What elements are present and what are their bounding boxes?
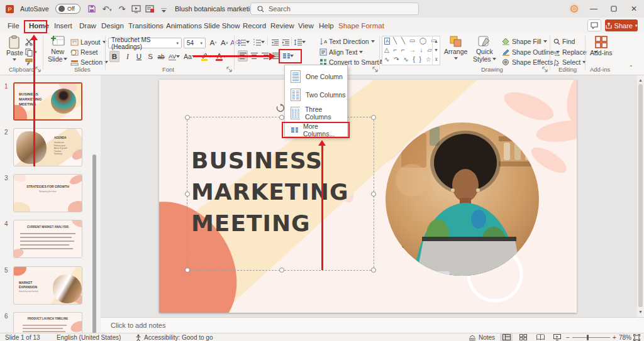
menu-item-one-column[interactable]: One Column [285,67,347,85]
grow-font-button[interactable]: A^ [208,37,218,48]
quick-access-more-icon[interactable] [158,6,169,16]
scrollbar-thumb[interactable] [638,84,643,307]
resize-handle[interactable] [279,268,284,273]
slide-editor[interactable]: BUSINESS MARKETING MEETING [159,80,577,313]
paragraph-dialog-launcher-icon[interactable] [372,67,378,72]
decrease-indent-button[interactable] [270,36,280,48]
find-button[interactable]: Find [553,36,575,46]
increase-indent-button[interactable] [280,36,291,48]
close-button[interactable]: ✕ [624,0,644,18]
minimize-button[interactable]: — [584,0,604,18]
save-icon[interactable] [87,4,97,14]
arrange-button[interactable]: Arrange [444,35,467,62]
shapes-scrollbar[interactable]: ▲▼⊻ [432,36,440,65]
rotate-handle-icon[interactable] [276,104,285,112]
line-spacing-button[interactable] [294,36,306,48]
layout-button[interactable]: Layout [70,37,106,47]
comments-button[interactable] [587,19,601,31]
tab-file[interactable]: File [6,20,21,32]
tab-slideshow[interactable]: Slide Show [203,20,242,32]
tab-help[interactable]: Help [318,20,335,32]
slide-thumbnail-3[interactable]: STRATEGIES FOR GROWTH Navigating the fut… [13,174,82,212]
shadow-button[interactable]: S [145,51,155,62]
resize-handle[interactable] [371,115,376,120]
redo-icon[interactable]: ↷ [117,4,127,14]
share-button[interactable]: Share ▾ [605,19,638,31]
maximize-button[interactable] [604,0,624,18]
scroll-down-icon[interactable]: ▼ [637,308,644,316]
tab-insert[interactable]: Insert [53,20,74,32]
font-size-combo[interactable]: 54 ▾ [184,38,206,48]
slide-thumbnail-4[interactable]: CURRENT MARKET ANALYSIS [13,220,82,258]
normal-view-button[interactable] [500,333,513,341]
clipboard-dialog-launcher-icon[interactable] [35,67,41,72]
tab-review[interactable]: Review [269,20,296,32]
menu-item-three-columns[interactable]: Three Columns [285,104,347,122]
notes-pane[interactable]: Click to add notes [101,317,644,333]
bullets-button[interactable] [238,36,250,48]
search-input[interactable]: Search [250,3,419,15]
canvas-scrollbar[interactable]: ▲ ▼ [637,75,644,317]
underline-button[interactable]: U [134,51,144,62]
zoom-level[interactable]: 78% [619,334,631,341]
slide-thumbnail-1[interactable]: BUSINESS MARKETING MEETING [13,82,82,121]
avatar[interactable] [569,4,579,14]
resize-handle[interactable] [371,192,376,197]
tab-design[interactable]: Design [100,20,125,32]
resize-handle[interactable] [279,115,284,120]
fit-slide-button[interactable] [633,334,640,341]
shape-fill-button[interactable]: Shape Fill [502,36,547,46]
font-family-combo[interactable]: Trebuchet MS (Headings) ▾ [108,38,182,48]
font-dialog-launcher-icon[interactable] [226,67,232,72]
language-indicator[interactable]: English (United States) [57,334,121,341]
shrink-font-button[interactable]: A˅ [219,37,230,48]
zoom-out-button[interactable]: − [566,334,570,341]
resize-handle[interactable] [185,268,190,273]
numbering-button[interactable] [253,36,265,48]
align-text-button[interactable]: Align Text [319,47,363,57]
character-spacing-button[interactable]: AV [169,51,180,62]
menu-item-two-columns[interactable]: Two Columns [285,85,347,104]
autosave-toggle[interactable]: Off [55,4,80,14]
scroll-up-icon[interactable]: ▲ [637,77,644,84]
reading-view-button[interactable] [534,333,547,341]
shapes-row-icons[interactable]: A ╲ ╲ ▭ ◯ ▭ [384,37,438,44]
slide-thumbnail-5[interactable]: MARKET EXPANSION Unlocking new markets [13,266,82,305]
shapes-row-icons[interactable]: ∿ ↷ ∿ { } ☆ [384,56,433,63]
new-slide-button[interactable]: New Slide [48,35,67,63]
tab-view[interactable]: View [297,20,315,32]
zoom-slider-track[interactable] [572,337,610,338]
bold-button[interactable]: B [109,51,119,62]
paste-button[interactable]: Paste [6,35,23,63]
accessibility-status[interactable]: Accessibility: Good to go [135,334,213,341]
slide-sorter-view-button[interactable] [517,333,530,341]
italic-button[interactable]: I [123,51,133,62]
tab-animations[interactable]: Animations [165,20,203,32]
collapse-ribbon-icon[interactable]: ⌃ [629,65,633,70]
text-direction-button[interactable]: A Text Direction [319,36,375,46]
resize-handle[interactable] [371,268,376,273]
zoom-slider-thumb[interactable] [587,335,589,340]
start-slideshow-icon[interactable] [131,4,141,14]
quick-styles-button[interactable]: Quick Styles [473,35,496,63]
thumbnail-scrollbar[interactable] [92,152,97,341]
slideshow-view-button[interactable] [551,333,564,341]
tab-shape-format[interactable]: Shape Format [337,20,386,32]
resize-handle[interactable] [185,115,190,120]
notes-toggle-button[interactable]: Notes [469,334,495,341]
slide-thumbnail-6[interactable]: PRODUCT LAUNCH TIMELINE [13,312,82,333]
slide-thumbnail-2[interactable]: AGENDA IntroductionPrimary goalsAreas of… [13,128,82,166]
shapes-gallery[interactable]: A ╲ ╲ ▭ ◯ ▭ △ ⌐ ⌐ → ↓ ▱ ∿ ↷ ∿ { } ☆ ▲▼⊻ [382,36,440,65]
undo-dropdown-chevron-icon[interactable]: ▾ [109,8,112,13]
tab-transitions[interactable]: Transitions [127,20,165,32]
slide-title-text[interactable]: BUSINESS MARKETING MEETING [191,145,349,239]
resize-handle[interactable] [185,192,190,197]
shapes-row-icons[interactable]: △ ⌐ ⌐ → ↓ ▱ [384,46,433,53]
export-icon[interactable] [145,4,155,14]
shape-outline-button[interactable]: Shape Outline [502,47,560,57]
zoom-in-button[interactable]: + [613,334,616,341]
reset-button[interactable]: Reset [70,47,97,57]
drawing-dialog-launcher-icon[interactable] [542,67,548,72]
tab-record[interactable]: Record [242,20,267,32]
strikethrough-button[interactable]: ab [156,51,166,62]
